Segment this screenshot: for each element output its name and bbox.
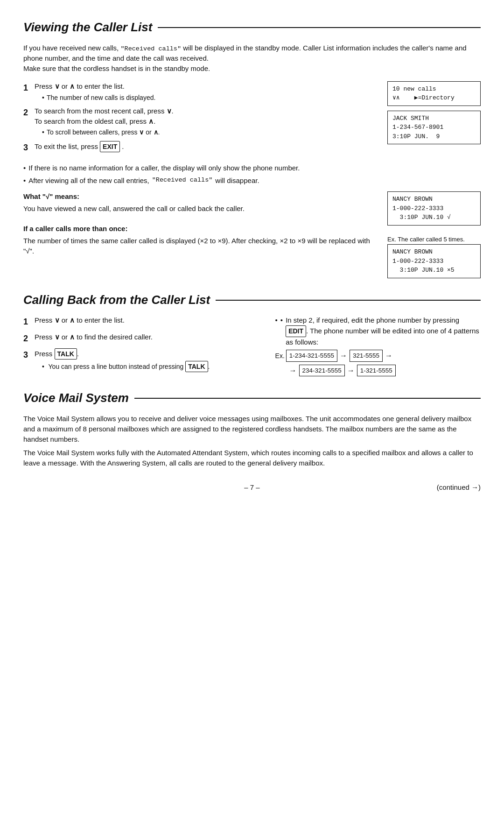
step-1-arr-down: ∨ [55,82,60,90]
callback-section: Calling Back from the Caller List 1 Pres… [23,291,481,377]
pattern-arr-4: → [347,365,355,376]
pattern-box-1: 1-234-321-5555 [286,350,337,362]
lcd4-label: Ex. The caller called 5 times. [387,235,481,244]
viewing-step-2: 2 To search from the most recent call, p… [23,106,376,137]
step-1-text: to enter the list. [77,82,125,90]
viewing-bullets: If there is no name information for a ca… [23,163,481,186]
viewing-intro: If you have received new calls, "Receive… [23,43,481,74]
step-1-press: Press [35,82,55,90]
bullet-1: If there is no name information for a ca… [23,163,481,173]
step-1-content: Press ∨ or ∧ to enter the list. The numb… [35,81,376,102]
pattern-row-2: → 234-321-5555 → 1-321-5555 [288,365,481,377]
step-1-sub: The number of new calls is displayed. [42,93,376,102]
lcd-display-2: JACK SMITH 1-234-567-8901 3:10P JUN. 9 [387,111,481,145]
pattern-box-2: 321-5555 [350,350,383,362]
cb-step-num-1: 1 [23,316,35,328]
inline-code-received2: "Received calls" [152,176,213,186]
if-caller-block: If a caller calls more than once: The nu… [23,224,376,256]
if-caller-label: If a caller calls more than once: [23,224,376,234]
bullet-2: After viewing all of the new call entrie… [23,176,481,186]
cb-step-1-content: Press ∨ or ∧ to enter the list. [35,315,261,325]
callback-step-1: 1 Press ∨ or ∧ to enter the list. [23,315,261,328]
cb-step-3-content: Press TALK. You can press a line button … [35,348,261,373]
pattern-arr-2: → [385,350,392,361]
what-sqrt-block: What "√" means: You have viewed a new ca… [23,191,376,214]
viewing-steps-left: 1 Press ∨ or ∧ to enter the list. The nu… [23,81,376,157]
step-1-or: or [62,82,70,90]
edit-bullet-text: In step 2, if required, edit the phone n… [286,315,481,347]
callback-layout: 1 Press ∨ or ∧ to enter the list. 2 Pres… [23,315,481,376]
viewing-steps-right: 10 new calls ∨∧ ▶=Directory JACK SMITH 1… [387,81,481,157]
cb-arr-down-2: ∨ [55,333,60,341]
callback-right-info: • In step 2, if required, edit the phone… [275,315,481,376]
edit-key: EDIT [286,325,306,337]
viewing-step-1: 1 Press ∨ or ∧ to enter the list. The nu… [23,81,376,102]
step-2-content: To search from the most recent call, pre… [35,106,376,137]
step-2-line1: To search from the most recent call, pre… [35,107,174,115]
if-caller-text: The number of times the same caller call… [23,236,376,256]
cb-step-2-content: Press ∨ or ∧ to find the desired caller. [35,332,261,342]
talk-key: TALK [55,348,77,360]
edit-bullet: • In step 2, if required, edit the phone… [275,315,481,347]
pattern-box-4: 1-321-5555 [357,365,396,377]
pattern-arr-3: → [289,365,297,376]
cb-arr-down-1: ∨ [55,316,60,324]
voicemail-section: Voice Mail System The Voice Mail System … [23,389,481,468]
pattern-arr-1: → [340,350,347,361]
pattern-box-3: 234-321-5555 [299,365,345,377]
viewing-steps-layout: 1 Press ∨ or ∧ to enter the list. The nu… [23,81,481,157]
step-num-1: 1 [23,82,35,94]
step-num-3: 3 [23,141,35,154]
cb-arr-up-2: ∧ [70,333,75,341]
cb-step-3-sub: You can press a line button instead of p… [42,361,261,372]
viewing-title: Viewing the Caller List [23,19,481,36]
edit-bullet-dot: • [280,315,283,347]
callback-title: Calling Back from the Caller List [23,291,481,309]
step-3-content: To exit the list, press EXIT . [35,141,376,152]
info-grid: What "√" means: You have viewed a new ca… [23,191,481,278]
viewing-section: Viewing the Caller List If you have rece… [23,19,481,278]
viewing-step-3: 3 To exit the list, press EXIT . [23,141,376,154]
info-right: NANCY BROWN 1-000-222-3333 3:10P JUN.10 … [387,191,481,278]
step-2-line2: To search from the oldest call, press ∧. [35,117,155,125]
callback-steps: 1 Press ∨ or ∧ to enter the list. 2 Pres… [23,315,261,376]
exit-key: EXIT [100,141,120,152]
footer: – 7 – (continued →) [23,482,481,493]
step-1-arr-up: ∧ [70,82,75,90]
step-3-period: . [122,142,124,150]
what-sqrt-label: What "√" means: [23,191,376,202]
step-num-2: 2 [23,106,35,119]
inline-code-received: "Received calls" [120,45,181,52]
lcd-display-3: NANCY BROWN 1-000-222-3333 3:10P JUN.10 … [387,191,481,226]
cb-step-num-3: 3 [23,349,35,361]
what-sqrt-text: You have viewed a new call, answered the… [23,204,376,214]
callback-step-3: 3 Press TALK. You can press a line butto… [23,348,261,373]
step-2-arr-down: ∨ [167,107,172,115]
pattern-row-1: Ex. 1-234-321-5555 → 321-5555 → [275,350,481,362]
step-3-text: To exit the list, press [35,142,100,150]
vms-para-2: The Voice Mail System works fully with t… [23,448,481,468]
callback-step-2: 2 Press ∨ or ∧ to find the desired calle… [23,332,261,345]
step-2-sub: To scroll between callers, press ∨ or ∧. [42,127,376,137]
info-left: What "√" means: You have viewed a new ca… [23,191,376,278]
ex-label: Ex. [275,351,285,360]
cb-arr-up-1: ∧ [70,316,75,324]
lcd-display-4: NANCY BROWN 1-000-222-3333 3:10P JUN.10 … [387,244,481,278]
vms-para-1: The Voice Mail System allows you to rece… [23,414,481,444]
page-number: – 7 – [176,482,329,493]
voicemail-title: Voice Mail System [23,389,481,407]
continued-text: (continued →) [328,482,481,493]
step-2-arr-up: ∧ [148,117,154,125]
talk-key-sub: TALK [185,361,208,372]
cb-step-num-2: 2 [23,332,35,345]
lcd-display-1: 10 new calls ∨∧ ▶=Directory [387,81,481,106]
